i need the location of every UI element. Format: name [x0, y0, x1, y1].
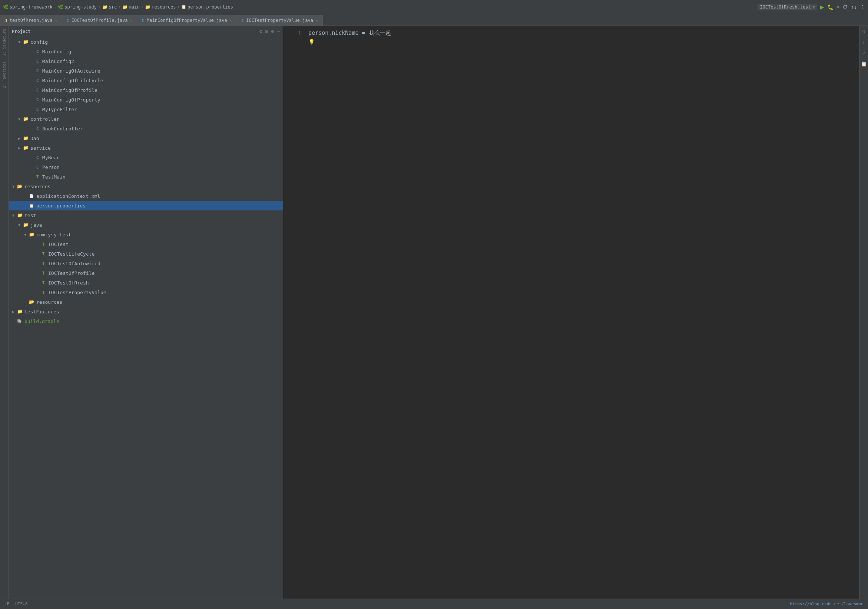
tab-ioc-test-property[interactable]: C IOCTestPropertyValue.java ✕ — [236, 15, 322, 26]
tab-close-rresh[interactable]: ✕ — [54, 18, 57, 23]
tab-rresh-label: testOfRresh.java — [9, 18, 53, 23]
tree-item-controller[interactable]: ▼ 📁 controller — [9, 114, 283, 124]
label-ioc-profile: IOCTestOfProfile — [48, 270, 95, 276]
run-button[interactable]: ▶ — [820, 3, 824, 11]
code-line-1: person.nickName = 我么一起 — [308, 29, 856, 37]
run-config-selector[interactable]: IOCTestOfRresh.test ▼ — [758, 4, 817, 10]
label-build-gradle: build.gradle — [25, 318, 59, 324]
tree-item-ioc-test-autowired[interactable]: T IOCTestOfAutowired — [9, 258, 283, 268]
structure-tab[interactable]: 2: Structure — [2, 29, 6, 56]
tab-profile[interactable]: C IOCTestOfProfile.java ✕ — [62, 15, 137, 26]
label-my-bean: MyBean — [42, 155, 60, 161]
label-person: Person — [42, 164, 60, 170]
java-icon-ioc-autowired: T — [40, 260, 47, 266]
tree-item-my-bean[interactable]: C MyBean — [9, 153, 283, 162]
more-button[interactable]: ⋮ — [860, 4, 865, 10]
tree-item-java[interactable]: ▼ 📁 java — [9, 220, 283, 230]
todo-icon-right[interactable]: ✓ — [862, 50, 865, 56]
java-icon-main-config: C — [34, 48, 41, 54]
editor-tabs: J testOfRresh.java ✕ C IOCTestOfProfile.… — [0, 14, 868, 26]
tree-item-main-config-autowire[interactable]: C MainConfigOfAutowire — [9, 66, 283, 76]
project-header: Project ⚙ ⊞ ⚙ — — [9, 26, 283, 37]
breadcrumb-spring-study[interactable]: 🌿 spring-study — [58, 5, 97, 9]
java-icon-ioc-profile: T — [40, 270, 47, 276]
tree-item-test[interactable]: ▼ 📁 test — [9, 210, 283, 220]
breadcrumb-resources[interactable]: 📁 resources — [145, 5, 176, 9]
tree-item-build-gradle[interactable]: 🐘 build.gradle — [9, 316, 283, 326]
java-icon-tab3: C — [141, 18, 144, 23]
java-icon-test-main: T — [34, 174, 41, 180]
tree-item-application-context-xml[interactable]: 📄 applicationContext.xml — [9, 191, 283, 201]
debug-button[interactable]: 🐛 — [827, 4, 834, 10]
tree-item-config[interactable]: ▼ 📁 config — [9, 37, 283, 47]
favorites-tab[interactable]: 2: Favorites — [2, 62, 6, 88]
java-icon-tab1: J — [5, 18, 8, 23]
code-text-1: person.nickName = 我么一起 — [308, 29, 391, 37]
java-icon-ioc-test: T — [40, 241, 47, 247]
tree-item-person[interactable]: C Person — [9, 162, 283, 172]
tab-close-property-value[interactable]: ✕ — [229, 18, 232, 23]
java-icon-profile: C — [34, 87, 41, 93]
tree-item-ioc-test-lifecycle[interactable]: T IOCTestLifeCycle — [9, 249, 283, 258]
status-url[interactable]: https://blog.csdn.net/lovesman — [790, 601, 863, 606]
tree-item-com-ysy-test[interactable]: ▼ 📁 com.ysy.test — [9, 230, 283, 239]
tab-close-ioc-test-property[interactable]: ✕ — [315, 18, 318, 23]
hint-bulb-icon[interactable]: 💡 — [308, 38, 315, 46]
tree-item-dao[interactable]: ▶ 📁 Dao — [9, 133, 283, 143]
run-config-label: IOCTestOfRresh.test — [760, 5, 811, 9]
folder-icon-resources: 📁 — [145, 5, 150, 9]
tree-item-resources[interactable]: ▼ 📂 resources — [9, 181, 283, 191]
tree-item-main-config[interactable]: C MainConfig — [9, 47, 283, 56]
project-layout-icon[interactable]: ⊞ — [265, 29, 268, 34]
editor-content[interactable]: 1 person.nickName = 我么一起 💡 — [283, 26, 859, 599]
label-application-context-xml: applicationContext.xml — [36, 193, 100, 199]
event-log-icon[interactable]: 📋 — [861, 61, 867, 66]
tree-item-test-fixtures[interactable]: ▶ 📁 testFixtures — [9, 307, 283, 316]
gradle-icon: 🐘 — [16, 318, 23, 324]
tree-item-test-main[interactable]: T TestMain — [9, 172, 283, 181]
breadcrumb-spring-framework[interactable]: 🌿 spring-framework — [3, 5, 53, 9]
label-config: config — [30, 39, 48, 45]
breadcrumb-src[interactable]: 📁 src — [102, 5, 117, 9]
tab-rresh[interactable]: J testOfRresh.java ✕ — [0, 15, 62, 26]
tree-item-test-resources[interactable]: 📂 resources — [9, 297, 283, 307]
tab-close-profile[interactable]: ✕ — [130, 18, 133, 23]
chevron-down-icon: ▼ — [812, 5, 815, 9]
tree-item-my-type-filter[interactable]: C MyTypeFilter — [9, 105, 283, 114]
status-lf: LF — [5, 601, 9, 606]
props-icon-breadcrumb: 📋 — [181, 5, 186, 9]
tree-item-main-config2[interactable]: C MainConfig2 — [9, 56, 283, 66]
tree-item-ioc-test-rresh[interactable]: T IOCTestOfRresh — [9, 278, 283, 287]
git-button[interactable]: ↑↓ — [851, 4, 857, 10]
vcs-icon-right[interactable]: ↑ — [862, 40, 865, 45]
folder-icon-test: 📁 — [16, 212, 23, 218]
git-icon-right[interactable]: G — [862, 29, 865, 34]
tree-item-person-properties[interactable]: 📋 person.properties — [9, 201, 283, 210]
label-profile: MainConfigOfProfile — [42, 87, 98, 93]
code-content[interactable]: person.nickName = 我么一起 💡 — [305, 29, 859, 596]
arrow-java: ▼ — [16, 222, 22, 228]
tree-item-service[interactable]: ▶ 📁 service — [9, 143, 283, 153]
tab-profile-label: IOCTestOfProfile.java — [71, 18, 128, 23]
label-book-controller: BookController — [42, 126, 83, 131]
tree-item-ioc-test-property-value[interactable]: T IOCTestPropertyValue — [9, 287, 283, 297]
tree-item-main-config-lifecycle[interactable]: C MainConfigOfLifeCycle — [9, 76, 283, 85]
project-close-icon[interactable]: — — [277, 29, 280, 34]
breadcrumb-person-props[interactable]: 📋 person.properties — [181, 5, 233, 9]
profile-button[interactable]: ⏱ — [842, 4, 848, 10]
tree-item-book-controller[interactable]: C BookController — [9, 124, 283, 133]
tree-item-main-config-property[interactable]: C MainConfigOfProperty — [9, 95, 283, 105]
project-settings-icon[interactable]: ⚙ — [259, 29, 262, 34]
label-ioc-autowired: IOCTestOfAutowired — [48, 261, 101, 266]
tab-property-value[interactable]: C MainConfigOfPropertyValue.java ✕ — [137, 15, 236, 26]
breadcrumb: 🌿 spring-framework › 🌿 spring-study › 📁 … — [3, 5, 233, 9]
tree-item-ioc-test-profile-2[interactable]: T IOCTestOfProfile — [9, 268, 283, 278]
project-gear-icon[interactable]: ⚙ — [271, 29, 274, 34]
breadcrumb-main[interactable]: 📁 main — [122, 5, 140, 9]
folder-icon-controller: 📁 — [22, 116, 29, 122]
label-ioc-test: IOCTest — [48, 241, 68, 247]
coverage-button[interactable]: ☂ — [837, 4, 840, 10]
arrow-service: ▶ — [16, 145, 22, 151]
tree-item-main-config-profile[interactable]: C MainConfigOfProfile — [9, 85, 283, 95]
tree-item-ioc-test[interactable]: T IOCTest — [9, 239, 283, 249]
